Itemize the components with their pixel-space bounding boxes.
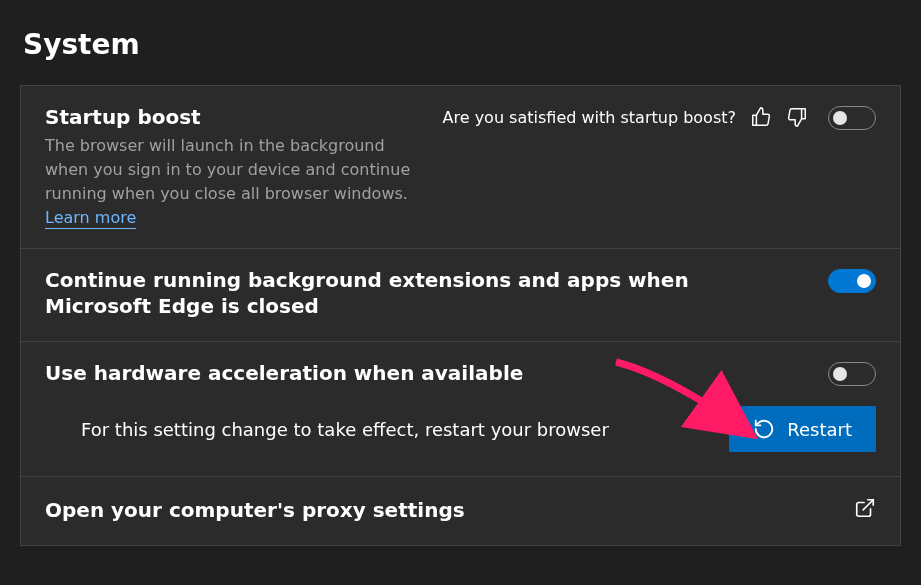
startup-boost-description: The browser will launch in the backgroun… [45,134,425,230]
thumbs-up-button[interactable] [750,106,772,128]
feedback-prompt: Are you satisfied with startup boost? [443,108,736,127]
hardware-accel-toggle[interactable] [828,362,876,386]
proxy-settings-title: Open your computer's proxy settings [45,497,854,523]
startup-boost-toggle[interactable] [828,106,876,130]
proxy-settings-row[interactable]: Open your computer's proxy settings [21,477,900,545]
page-title: System [23,28,901,61]
hardware-accel-row: Use hardware acceleration when available [21,342,900,398]
svg-line-0 [863,500,873,510]
thumbs-up-icon [750,106,772,128]
thumbs-down-icon [786,106,808,128]
startup-boost-title: Startup boost [45,104,443,130]
restart-notice-text: For this setting change to take effect, … [81,419,709,440]
background-apps-title: Continue running background extensions a… [45,267,765,319]
restart-button[interactable]: Restart [729,406,876,452]
background-apps-toggle[interactable] [828,269,876,293]
hardware-accel-title: Use hardware acceleration when available [45,360,828,386]
background-apps-row: Continue running background extensions a… [21,249,900,342]
thumbs-down-button[interactable] [786,106,808,128]
restart-icon [753,418,775,440]
settings-panel: Startup boost The browser will launch in… [20,85,901,546]
startup-boost-description-text: The browser will launch in the backgroun… [45,136,410,203]
external-link-icon [854,497,876,523]
learn-more-link[interactable]: Learn more [45,208,136,229]
startup-boost-row: Startup boost The browser will launch in… [21,86,900,249]
restart-notice-row: For this setting change to take effect, … [21,398,900,476]
hardware-accel-section: Use hardware acceleration when available… [21,342,900,477]
restart-button-label: Restart [787,419,852,440]
startup-boost-feedback: Are you satisfied with startup boost? [443,106,808,128]
